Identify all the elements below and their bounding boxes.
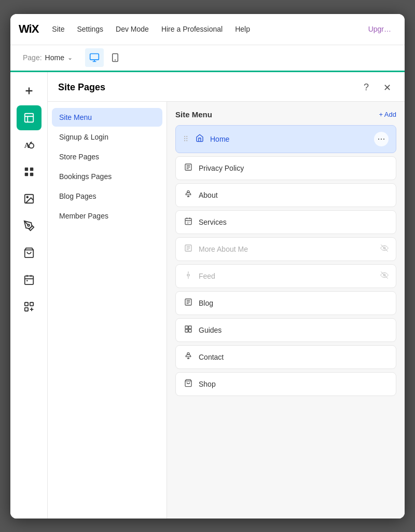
menu-item-feed[interactable]: Feed [175, 264, 396, 288]
menu-item-shop-label: Shop [199, 380, 389, 388]
svg-rect-16 [30, 172, 33, 175]
svg-point-48 [187, 274, 189, 276]
panel-content: Site Menu + Add ⠿ [167, 102, 405, 519]
svg-rect-21 [24, 276, 33, 284]
page-label: Page: [23, 53, 42, 62]
menu-item-more-about-label: More About Me [199, 245, 375, 253]
about-page-icon [183, 190, 193, 200]
svg-rect-13 [24, 167, 27, 170]
main-area: A [10, 72, 405, 519]
panel-header: Site Pages ? ✕ [48, 72, 405, 102]
sidebar-icons: A [10, 72, 48, 519]
sidebar-apps-button[interactable] [17, 159, 42, 184]
svg-rect-28 [24, 307, 27, 310]
contact-page-icon [183, 352, 193, 362]
shop-page-icon [183, 379, 193, 389]
menu-item-contact[interactable]: Contact [175, 345, 396, 369]
panel-nav-store[interactable]: Store Pages [52, 147, 162, 166]
nav-help[interactable]: Help [230, 21, 255, 37]
close-button[interactable]: ✕ [380, 80, 394, 95]
svg-point-19 [27, 224, 30, 226]
blog-page-icon [183, 298, 193, 308]
sidebar-design-button[interactable]: A [17, 132, 42, 157]
feed-page-icon [183, 271, 193, 281]
sidebar-pages-button[interactable] [17, 105, 42, 130]
panel-area: Site Pages ? ✕ Site Menu Signup & Login … [48, 72, 405, 519]
menu-item-services-label: Services [199, 218, 389, 226]
svg-rect-7 [24, 113, 33, 122]
feed-hidden-eye-icon[interactable] [380, 271, 389, 281]
services-page-icon: 17 [183, 217, 193, 227]
menu-item-home-label: Home [210, 135, 369, 143]
menu-item-guides-label: Guides [199, 326, 389, 334]
help-button[interactable]: ? [359, 80, 374, 95]
sidebar-booking-button[interactable] [17, 267, 42, 292]
drag-handle-home: ⠿ [183, 135, 188, 143]
privacy-page-icon [183, 163, 193, 173]
nav-upgrade[interactable]: Upgr… [363, 21, 396, 37]
menu-item-services[interactable]: 17 Services [175, 210, 396, 234]
menu-item-home[interactable]: ⠿ Home ··· [175, 125, 396, 153]
top-nav: WiX Site Settings Dev Mode Hire a Profes… [10, 14, 405, 45]
menu-item-more-about[interactable]: More About Me [175, 237, 396, 261]
sidebar-add-button[interactable] [17, 78, 42, 103]
svg-rect-59 [185, 329, 188, 332]
panel-title: Site Pages [58, 82, 105, 93]
svg-rect-58 [189, 326, 191, 329]
nav-settings[interactable]: Settings [72, 21, 108, 37]
site-menu-label: Site Menu [175, 110, 212, 119]
page-selector[interactable]: Page: Home ⌄ [19, 51, 77, 64]
panel-nav-signup[interactable]: Signup & Login [52, 128, 162, 146]
svg-rect-0 [90, 54, 99, 60]
guides-page-icon [183, 325, 193, 335]
site-menu-header: Site Menu + Add [175, 110, 396, 119]
sidebar-media-button[interactable] [17, 186, 42, 211]
svg-rect-57 [185, 326, 188, 329]
menu-item-contact-label: Contact [199, 353, 389, 361]
view-icons [85, 48, 125, 67]
hidden-eye-icon[interactable] [380, 244, 389, 254]
sidebar-appmarket-button[interactable] [17, 294, 42, 319]
nav-site[interactable]: Site [47, 21, 70, 37]
menu-items-list: ⠿ Home ··· [175, 125, 396, 396]
sidebar-store-button[interactable] [17, 240, 42, 265]
svg-point-18 [26, 196, 28, 198]
home-page-icon [195, 134, 205, 144]
menu-item-blog-label: Blog [199, 299, 389, 307]
more-about-page-icon [183, 244, 193, 254]
svg-rect-27 [30, 302, 33, 305]
panel-inner: Site Menu Signup & Login Store Pages Boo… [48, 102, 405, 519]
panel-nav-bookings[interactable]: Bookings Pages [52, 167, 162, 186]
panel-nav: Site Menu Signup & Login Store Pages Boo… [48, 102, 167, 519]
svg-rect-15 [24, 172, 27, 175]
menu-item-blog[interactable]: Blog [175, 291, 396, 315]
menu-item-privacy-label: Privacy Policy [199, 164, 389, 172]
svg-text:17: 17 [187, 221, 190, 224]
page-name: Home [45, 53, 64, 62]
add-page-button[interactable]: + Add [379, 111, 396, 118]
panel-nav-blog[interactable]: Blog Pages [52, 187, 162, 206]
panel-nav-member[interactable]: Member Pages [52, 207, 162, 225]
wix-logo: WiX [19, 22, 38, 36]
panel-header-icons: ? ✕ [359, 80, 394, 95]
second-bar: Page: Home ⌄ [10, 45, 405, 72]
menu-item-about-label: About [199, 191, 389, 199]
svg-rect-14 [30, 167, 33, 170]
nav-devmode[interactable]: Dev Mode [110, 21, 154, 37]
menu-item-feed-label: Feed [199, 272, 375, 280]
menu-item-shop[interactable]: Shop [175, 372, 396, 396]
menu-item-about[interactable]: About [175, 183, 396, 207]
menu-item-guides[interactable]: Guides [175, 318, 396, 342]
menu-item-privacy[interactable]: Privacy Policy [175, 156, 396, 180]
svg-rect-26 [24, 302, 27, 305]
chevron-down-icon: ⌄ [67, 54, 73, 61]
menu-item-home-dots[interactable]: ··· [374, 132, 389, 146]
nav-hire[interactable]: Hire a Professional [156, 21, 228, 37]
desktop-view-button[interactable] [85, 48, 104, 67]
svg-line-12 [30, 142, 32, 143]
sidebar-write-button[interactable] [17, 213, 42, 238]
svg-rect-60 [189, 329, 191, 332]
browser-window: WiX Site Settings Dev Mode Hire a Profes… [10, 14, 405, 519]
mobile-view-button[interactable] [106, 48, 125, 67]
panel-nav-site-menu[interactable]: Site Menu [52, 108, 162, 127]
